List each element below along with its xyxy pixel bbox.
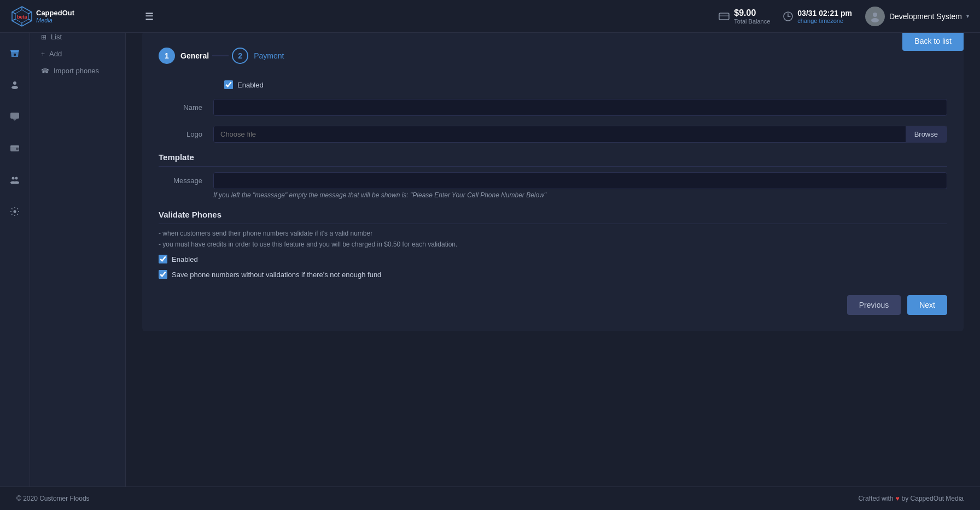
step-2-label: Payment [254, 51, 284, 60]
footer-by: by CappedOut Media [902, 495, 964, 502]
chevron-down-icon: ▾ [966, 13, 969, 19]
svg-point-21 [11, 86, 18, 89]
logo-row: Logo Browse [159, 126, 947, 143]
sidebar-item-import-label: Import phones [54, 67, 99, 75]
footer-right: Crafted with ♥ by CappedOut Media [858, 495, 964, 502]
validate-enabled-label: Enabled [172, 255, 198, 263]
nav-balance: $9.00 Total Balance [719, 8, 770, 25]
steps-row: 1 General 2 Payment [159, 48, 902, 64]
balance-label: Total Balance [734, 18, 770, 25]
sidebar-item-add-label: Add [49, 50, 62, 58]
user-menu[interactable]: Development System ▾ [865, 7, 969, 26]
nav-time: 03/31 02:21 pm change timezone [783, 9, 852, 24]
step-divider [212, 55, 229, 56]
svg-point-20 [13, 81, 16, 85]
message-help: If you left the "messsage" empty the mes… [213, 191, 947, 199]
step-2-circle: 2 [232, 48, 248, 64]
svg-point-14 [873, 13, 877, 17]
message-input[interactable] [213, 172, 947, 189]
sidebar-icons [0, 0, 30, 486]
timezone-link[interactable]: change timezone [797, 17, 852, 24]
name-input[interactable] [213, 99, 947, 116]
sidebar-nav: Stores ⊞ List + Add ☎ Import phones [30, 0, 126, 486]
validate-enabled-checkbox[interactable] [159, 255, 167, 263]
sidebar-icon-team[interactable] [4, 169, 25, 190]
form-card: 1 General 2 Payment Enabled Name [142, 31, 964, 331]
sidebar-icon-wallet[interactable] [4, 138, 25, 159]
list-icon: ⊞ [41, 33, 46, 41]
next-button[interactable]: Next [907, 295, 947, 315]
import-icon: ☎ [41, 67, 49, 75]
enabled-label: Enabled [237, 81, 264, 89]
validate-title: Validate Phones [159, 210, 947, 224]
user-name: Development System [889, 12, 962, 21]
validate-enabled-row: Enabled [159, 255, 947, 263]
save-without-fund-checkbox[interactable] [159, 270, 167, 279]
sidebar-item-list-label: List [51, 33, 62, 41]
logo-file-group: Browse [213, 126, 947, 143]
svg-line-7 [12, 12, 15, 14]
logo-file-text [214, 126, 906, 142]
back-to-list-button[interactable]: Back to list [902, 31, 964, 51]
main-wrapper: Stores ⊞ List + Add ☎ Import phones Stor… [0, 0, 980, 486]
step-2[interactable]: 2 Payment [232, 48, 284, 64]
step-1-circle: 1 [159, 48, 175, 64]
svg-rect-19 [14, 54, 16, 56]
avatar [865, 7, 885, 26]
validate-help-1: - when customers send their phone number… [159, 230, 947, 237]
template-section: Template Message If you left the "messsa… [159, 153, 947, 199]
sidebar-icon-users[interactable] [4, 74, 25, 95]
sidebar-icon-settings[interactable] [4, 201, 25, 222]
enabled-row: Enabled [224, 80, 947, 89]
balance-icon [719, 12, 730, 21]
save-without-fund-label: Save phone numbers without validations i… [172, 271, 381, 279]
message-row: Message If you left the "messsage" empty… [159, 172, 947, 199]
form-footer: Previous Next [159, 295, 947, 315]
hamburger-button[interactable]: ☰ [142, 8, 156, 25]
nav-right: $9.00 Total Balance 03/31 02:21 pm chang… [719, 7, 969, 26]
svg-line-6 [12, 19, 15, 21]
top-nav: beta CappedOut Media ☰ $9.00 Total Balan… [0, 0, 980, 33]
validate-section: Validate Phones - when customers send th… [159, 210, 947, 279]
heart-icon: ♥ [895, 495, 899, 502]
balance-amount: $9.00 [734, 8, 770, 18]
svg-text:beta: beta [17, 14, 28, 20]
step-1-label: General [180, 51, 209, 60]
sidebar-item-import[interactable]: ☎ Import phones [30, 62, 125, 79]
name-row: Name [159, 99, 947, 116]
validate-help-2: - you must have credits in order to use … [159, 241, 947, 248]
add-icon: + [41, 50, 45, 58]
svg-point-30 [14, 210, 16, 213]
step-1[interactable]: 1 General [159, 48, 209, 64]
footer-copyright: © 2020 Customer Floods [16, 495, 90, 502]
sidebar-item-add[interactable]: + Add [30, 45, 125, 62]
browse-button[interactable]: Browse [906, 126, 947, 142]
svg-point-27 [15, 177, 18, 180]
page-footer: © 2020 Customer Floods Crafted with ♥ by… [0, 486, 980, 510]
svg-rect-24 [16, 148, 19, 150]
svg-rect-25 [10, 145, 19, 147]
svg-rect-22 [10, 113, 19, 119]
clock-icon [783, 11, 793, 21]
logo-text: CappedOut [36, 9, 74, 17]
message-label: Message [159, 172, 213, 185]
svg-rect-10 [719, 15, 729, 16]
footer-crafted: Crafted with [858, 495, 893, 502]
logo-sub: Media [36, 17, 74, 24]
previous-button[interactable]: Previous [847, 295, 901, 315]
svg-point-29 [14, 181, 19, 184]
main-content: Stores » Add Dashboard › Stores › Add Ba… [126, 0, 980, 486]
svg-line-3 [28, 12, 32, 14]
svg-point-26 [12, 177, 15, 180]
svg-line-4 [28, 19, 32, 21]
enabled-checkbox[interactable] [224, 80, 233, 89]
svg-point-15 [871, 18, 879, 22]
sidebar-icon-store[interactable] [4, 43, 25, 63]
logo-icon: beta [11, 5, 33, 27]
sidebar-icon-messages[interactable] [4, 106, 25, 127]
template-title: Template [159, 153, 947, 167]
logo-area: beta CappedOut Media [11, 5, 131, 27]
save-without-fund-row: Save phone numbers without validations i… [159, 270, 947, 279]
logo-label: Logo [159, 126, 213, 138]
name-label: Name [159, 99, 213, 112]
